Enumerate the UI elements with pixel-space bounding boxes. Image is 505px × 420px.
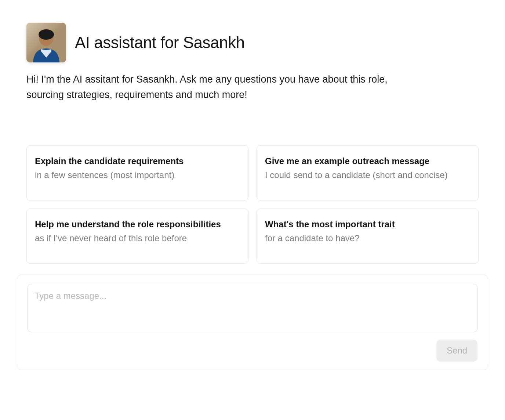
message-input[interactable] bbox=[28, 284, 477, 332]
send-button[interactable]: Send bbox=[436, 340, 477, 362]
intro-text: Hi! I'm the AI assitant for Sasankh. Ask… bbox=[26, 72, 426, 103]
prompt-subtitle: as if I've never heard of this role befo… bbox=[35, 232, 240, 245]
prompt-card-outreach[interactable]: Give me an example outreach message I co… bbox=[257, 145, 479, 200]
prompt-suggestions: Explain the candidate requirements in a … bbox=[26, 145, 479, 264]
prompt-card-responsibilities[interactable]: Help me understand the role responsibili… bbox=[26, 209, 248, 264]
prompt-title: Help me understand the role responsibili… bbox=[35, 218, 240, 230]
svg-point-2 bbox=[39, 29, 54, 40]
prompt-subtitle: for a candidate to have? bbox=[265, 232, 470, 245]
page-title: AI assistant for Sasankh bbox=[75, 33, 244, 52]
avatar bbox=[26, 23, 66, 62]
prompt-card-requirements[interactable]: Explain the candidate requirements in a … bbox=[26, 145, 248, 200]
prompt-title: What's the most important trait bbox=[265, 218, 470, 230]
prompt-title: Explain the candidate requirements bbox=[35, 155, 240, 167]
prompt-card-trait[interactable]: What's the most important trait for a ca… bbox=[257, 209, 479, 264]
header: AI assistant for Sasankh bbox=[26, 23, 479, 62]
message-composer: Send bbox=[17, 275, 488, 370]
prompt-subtitle: I could send to a candidate (short and c… bbox=[265, 169, 470, 182]
prompt-title: Give me an example outreach message bbox=[265, 155, 470, 167]
prompt-subtitle: in a few sentences (most important) bbox=[35, 169, 240, 182]
